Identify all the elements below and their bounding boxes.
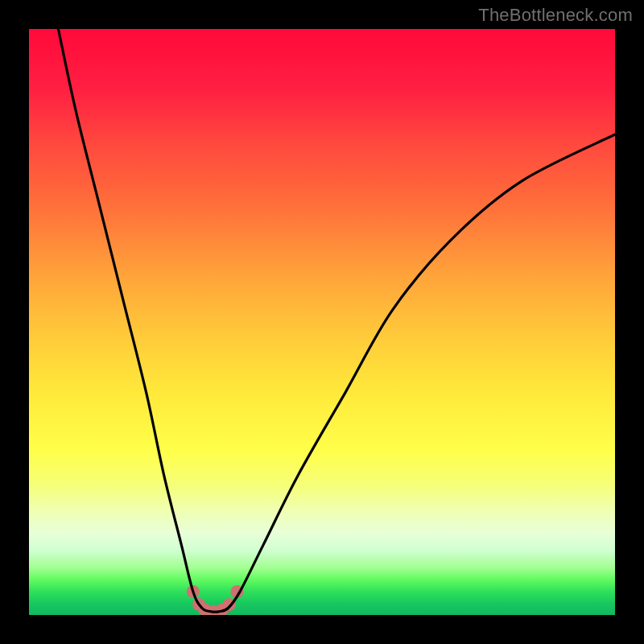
watermark-text: TheBottleneck.com — [478, 5, 633, 26]
bottleneck-curve — [58, 29, 615, 612]
chart-svg — [29, 29, 615, 615]
chart-frame: TheBottleneck.com — [0, 0, 644, 644]
plot-area — [29, 29, 615, 615]
